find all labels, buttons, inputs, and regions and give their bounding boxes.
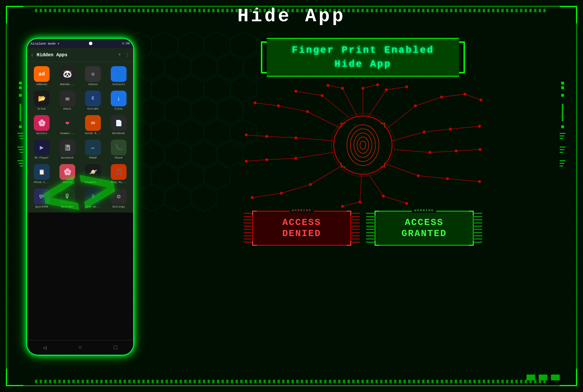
svg-line-30 — [424, 129, 450, 132]
svg-point-39 — [479, 148, 482, 151]
app-item[interactable]: ▶ MX Player — [29, 138, 54, 161]
corner-tr-granted — [469, 211, 474, 215]
svg-point-49 — [405, 202, 408, 205]
svg-line-80 — [296, 91, 322, 96]
fp-visual-area — [160, 82, 566, 208]
app-item[interactable]: 📞 Phone — [106, 138, 131, 161]
app-item[interactable]: 🎵 Play Mu... — [106, 162, 131, 186]
left-side-decorations — [17, 82, 23, 169]
denied-stripe-right — [352, 212, 360, 245]
app-item[interactable]: 📓 Notebook — [55, 138, 80, 161]
nav-back[interactable]: ◁ — [43, 344, 47, 351]
app-item[interactable]: ✉ Email — [55, 89, 80, 112]
svg-point-11 — [326, 84, 329, 87]
fingerprint-network-svg — [243, 82, 482, 208]
status-left: Airplane mode ✈ — [31, 42, 59, 45]
add-button[interactable]: + — [118, 52, 121, 58]
svg-line-22 — [415, 97, 442, 106]
app-item[interactable]: 🪐 Planets... — [81, 162, 105, 186]
app-item[interactable]: 🌸 Photos — [55, 162, 80, 186]
phone-status-bar: Airplane mode ✈ 1:39 — [27, 39, 133, 48]
nav-recent[interactable]: □ — [114, 344, 117, 351]
app-item[interactable]: 🌸 Gallery — [29, 113, 54, 137]
phone-mockup: Airplane mode ✈ 1:39 ‹ Hidden Apps + ⋮ a… — [26, 38, 134, 356]
nav-home[interactable]: ○ — [78, 344, 82, 351]
app-item[interactable]: E ExtraPe — [81, 89, 105, 112]
app-item[interactable]: ad AdBanao — [29, 64, 54, 88]
svg-line-72 — [308, 112, 340, 128]
corner-br-denied — [347, 241, 351, 246]
svg-line-8 — [343, 88, 357, 116]
app-item[interactable]: QV QuickVPN — [29, 187, 54, 210]
back-button[interactable]: ‹ — [31, 52, 34, 58]
bracket-left — [261, 41, 267, 73]
svg-line-24 — [442, 94, 465, 97]
bracket-right — [459, 41, 465, 73]
app-item[interactable]: 📋 Phone C... — [29, 162, 54, 186]
svg-line-56 — [281, 184, 310, 193]
denied-text: ACCESS DENIED — [282, 217, 321, 240]
svg-line-60 — [296, 152, 333, 158]
access-granted-box: WARNING ACCESS GRANTED — [375, 211, 474, 246]
fp-title-line2: Hide App — [334, 59, 391, 70]
svg-line-20 — [386, 106, 415, 129]
app-item[interactable]: 📄 Notebook — [106, 113, 131, 137]
svg-point-5 — [354, 133, 372, 157]
phone-navbar: ◁ ○ □ — [27, 340, 133, 355]
svg-line-18 — [386, 87, 407, 90]
app-item[interactable]: 🎙 Recorder — [55, 187, 80, 210]
svg-point-15 — [376, 83, 379, 86]
corner-bl-granted — [375, 241, 379, 246]
svg-line-74 — [278, 106, 308, 112]
svg-line-16 — [369, 90, 386, 116]
svg-line-64 — [246, 160, 267, 161]
app-item[interactable]: 🐼 BabvBu... — [55, 64, 80, 88]
svg-point-27 — [480, 99, 482, 101]
svg-line-10 — [328, 85, 343, 88]
app-item[interactable]: S Ride mo... — [81, 187, 105, 210]
svg-point-3 — [347, 125, 379, 166]
fp-title-line1: Finger Print Enabled — [292, 45, 434, 56]
svg-line-26 — [465, 94, 481, 100]
corner-tl-denied — [252, 211, 257, 215]
svg-line-50 — [360, 175, 361, 202]
indicator-dot-1 — [526, 375, 535, 380]
page-title: Hide App — [0, 6, 583, 27]
svg-point-65 — [245, 160, 248, 163]
svg-point-6 — [357, 137, 369, 153]
svg-point-81 — [294, 90, 297, 93]
app-item[interactable]: ↓ Files — [106, 89, 131, 112]
fp-title-box: Finger Print Enabled Hide App — [267, 38, 459, 77]
app-item[interactable]: ⚙ Settings — [106, 187, 131, 210]
svg-point-59 — [251, 196, 254, 199]
svg-point-77 — [254, 101, 257, 104]
svg-line-28 — [392, 132, 424, 141]
app-item[interactable]: 👤 Contacts — [106, 64, 131, 88]
svg-line-38 — [456, 150, 480, 151]
corner-br-granted — [469, 241, 474, 246]
access-boxes-row: WARNING ACCESS DENIED WARNING — [160, 211, 566, 246]
svg-point-53 — [341, 205, 344, 208]
svg-point-71 — [245, 133, 248, 136]
svg-line-36 — [430, 151, 456, 152]
svg-point-45 — [478, 180, 481, 183]
app-item[interactable]: 📂 Drive — [29, 89, 54, 112]
svg-line-66 — [296, 138, 333, 141]
app-item[interactable]: ⚙ Cakezz — [81, 64, 105, 88]
app-item[interactable]: ❤ Huawei... — [55, 113, 80, 137]
menu-button[interactable]: ⋮ — [125, 52, 130, 58]
fp-title-container: Finger Print Enabled Hide App — [261, 38, 465, 77]
indicator-dot-2 — [539, 375, 547, 380]
right-panel: Finger Print Enabled Hide App — [160, 35, 566, 369]
svg-line-62 — [267, 158, 296, 160]
svg-line-58 — [252, 193, 281, 198]
granted-stripe-left — [366, 212, 374, 245]
status-right: 1:39 — [122, 42, 130, 45]
app-item[interactable]: ∞ Kotak B... — [81, 113, 105, 137]
svg-point-33 — [478, 125, 481, 128]
phone-header: ‹ Hidden Apps + ⋮ — [27, 48, 133, 62]
corner-bl-denied — [252, 241, 257, 246]
app-item[interactable]: ✏ PENUP — [81, 138, 105, 161]
denied-warning-label: WARNING — [289, 208, 314, 213]
svg-line-78 — [322, 96, 348, 117]
